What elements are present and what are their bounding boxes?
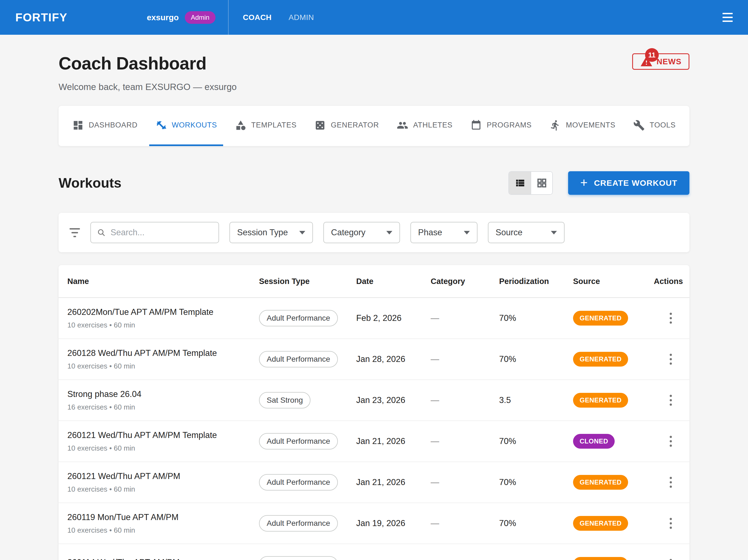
actions-cell bbox=[654, 433, 681, 449]
view-toggle bbox=[509, 171, 553, 195]
team-group: exsurgo Admin bbox=[147, 11, 215, 24]
workout-name-cell: 260121 Wed/Thu APT AM/PM Template 10 exe… bbox=[67, 430, 259, 453]
people-icon bbox=[397, 120, 408, 131]
section-title: Workouts bbox=[59, 175, 121, 191]
category-dropdown[interactable]: Category bbox=[323, 222, 400, 243]
session-type-cell: Adult Performance bbox=[259, 310, 356, 326]
date-cell: Jan 21, 2026 bbox=[356, 478, 431, 487]
tab-dashboard[interactable]: DASHBOARD bbox=[66, 106, 143, 146]
tab-label: MOVEMENTS bbox=[566, 121, 615, 129]
session-type-cell: Adult Performance bbox=[259, 556, 356, 560]
tab-tools[interactable]: TOOLS bbox=[627, 106, 682, 146]
more-vert-icon[interactable] bbox=[667, 515, 675, 532]
tab-programs[interactable]: PROGRAMS bbox=[464, 106, 538, 146]
session-type-cell: Adult Performance bbox=[259, 515, 356, 532]
table-row[interactable]: 260128 Wed/Thu APT AM/PM Template 10 exe… bbox=[59, 339, 689, 380]
topnav-item-coach[interactable]: COACH bbox=[243, 13, 272, 22]
column-header-date: Date bbox=[356, 277, 431, 286]
source-cell: GENERATED bbox=[573, 516, 654, 531]
table-row[interactable]: 260202Mon/Tue APT AM/PM Template 10 exer… bbox=[59, 298, 689, 339]
tab-label: TEMPLATES bbox=[251, 121, 297, 129]
runner-icon bbox=[550, 120, 561, 131]
table-row[interactable]: 260119 Mon/Tue APT AM/PM 10 exercises • … bbox=[59, 503, 689, 544]
actions-cell bbox=[654, 351, 681, 367]
tab-generator[interactable]: GENERATOR bbox=[308, 106, 385, 146]
dropdown-label: Phase bbox=[418, 227, 442, 238]
search-input[interactable] bbox=[111, 227, 212, 238]
more-vert-icon[interactable] bbox=[667, 310, 675, 326]
session-type-cell: Adult Performance bbox=[259, 351, 356, 367]
workout-meta: 10 exercises • 60 min bbox=[67, 485, 259, 493]
shapes-icon bbox=[235, 120, 247, 131]
search-icon bbox=[97, 227, 106, 238]
periodization-cell: 70% bbox=[499, 354, 573, 364]
session-type-chip: Adult Performance bbox=[259, 310, 338, 326]
topnav: COACH ADMIN bbox=[243, 13, 314, 22]
table-row[interactable]: 260121 Wed/Thu APT AM/PM 10 exercises • … bbox=[59, 462, 689, 503]
workout-meta: 10 exercises • 60 min bbox=[67, 321, 259, 330]
tab-movements[interactable]: MOVEMENTS bbox=[543, 106, 622, 146]
chevron-down-icon bbox=[299, 231, 305, 235]
more-vert-icon[interactable] bbox=[667, 392, 675, 409]
workout-name: 260119 Mon/Tue APT AM/PM bbox=[67, 512, 259, 522]
dropdown-label: Category bbox=[331, 227, 366, 238]
session-type-dropdown[interactable]: Session Type bbox=[229, 222, 313, 243]
periodization-cell: 70% bbox=[499, 436, 573, 446]
top-app-bar: FORTIFY exsurgo Admin COACH ADMIN bbox=[0, 0, 748, 35]
chevron-down-icon bbox=[386, 231, 392, 235]
session-type-cell: Adult Performance bbox=[259, 433, 356, 449]
news-button[interactable]: NEWS 11 bbox=[632, 53, 689, 70]
tab-templates[interactable]: TEMPLATES bbox=[229, 106, 303, 146]
periodization-cell: 70% bbox=[499, 478, 573, 487]
table-row[interactable]: Strong phase 26.04 16 exercises • 60 min… bbox=[59, 380, 689, 421]
session-type-chip: Adult Performance bbox=[259, 433, 338, 449]
grid-view-icon bbox=[536, 177, 547, 189]
tab-label: DASHBOARD bbox=[89, 121, 137, 129]
chevron-down-icon bbox=[464, 231, 470, 235]
more-vert-icon[interactable] bbox=[667, 351, 675, 367]
source-badge: GENERATED bbox=[573, 516, 628, 531]
workout-name: Strong phase 26.04 bbox=[67, 389, 259, 399]
category-cell: — bbox=[431, 354, 499, 364]
table-row[interactable]: 260121 Wed/Thu APT AM/PM Template 10 exe… bbox=[59, 421, 689, 462]
session-type-chip: Adult Performance bbox=[259, 515, 338, 532]
source-cell: GENERATED bbox=[573, 352, 654, 367]
filter-list-icon[interactable] bbox=[70, 228, 80, 237]
more-vert-icon[interactable] bbox=[667, 556, 675, 560]
workout-name: 260202Mon/Tue APT AM/PM Template bbox=[67, 307, 259, 317]
tab-athletes[interactable]: ATHLETES bbox=[391, 106, 459, 146]
phase-dropdown[interactable]: Phase bbox=[411, 222, 477, 243]
workout-name: 260121 Wed/Thu APT AM/PM bbox=[67, 471, 259, 481]
date-cell: Jan 19, 2026 bbox=[356, 518, 431, 528]
workout-name-cell: 260202Mon/Tue APT AM/PM Template 10 exer… bbox=[67, 307, 259, 330]
menu-icon[interactable] bbox=[723, 13, 733, 22]
workout-name: 260128 Wed/Thu APT AM/PM Template bbox=[67, 348, 259, 358]
source-cell: CLONED bbox=[573, 434, 654, 449]
create-workout-button[interactable]: + CREATE WORKOUT bbox=[568, 171, 689, 195]
grid-view-button[interactable] bbox=[531, 172, 552, 194]
category-cell: — bbox=[431, 313, 499, 323]
dashboard-icon bbox=[72, 120, 84, 131]
workout-name-cell: 260119 Mon/Tue APT AM/PM 10 exercises • … bbox=[67, 512, 259, 535]
tab-label: ATHLETES bbox=[413, 121, 452, 129]
column-header-source: Source bbox=[573, 277, 654, 286]
dice-icon bbox=[314, 120, 326, 131]
topnav-item-admin[interactable]: ADMIN bbox=[288, 13, 314, 22]
source-dropdown[interactable]: Source bbox=[488, 222, 565, 243]
category-cell: — bbox=[431, 395, 499, 405]
news-label: NEWS bbox=[657, 57, 681, 66]
session-type-cell: Adult Performance bbox=[259, 474, 356, 490]
tab-workouts[interactable]: WORKOUTS bbox=[149, 106, 223, 146]
table-row[interactable]: 260114 Wed/Thu APT AM/PM Adult Performan… bbox=[59, 544, 689, 560]
chevron-down-icon bbox=[551, 231, 557, 235]
more-vert-icon[interactable] bbox=[667, 433, 675, 449]
dumbbell-icon bbox=[155, 120, 167, 131]
list-view-button[interactable] bbox=[509, 172, 531, 194]
more-vert-icon[interactable] bbox=[667, 474, 675, 490]
workout-name: 260121 Wed/Thu APT AM/PM Template bbox=[67, 430, 259, 440]
column-header-periodization: Periodization bbox=[499, 277, 573, 286]
search-box bbox=[90, 222, 219, 243]
date-cell: Jan 21, 2026 bbox=[356, 436, 431, 446]
periodization-cell: 3.5 bbox=[499, 395, 573, 405]
column-header-name: Name bbox=[67, 277, 259, 286]
